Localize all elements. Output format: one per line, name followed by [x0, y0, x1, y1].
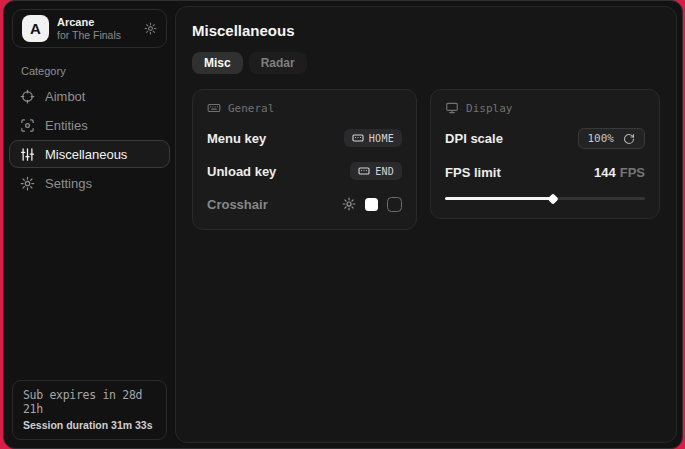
fps-limit-row: FPS limit 144FPS [445, 162, 645, 182]
slider-thumb[interactable] [547, 193, 558, 204]
sidebar-item-label: Miscellaneous [45, 147, 127, 162]
crosshair-icon [20, 89, 35, 104]
fps-limit-slider[interactable] [445, 193, 645, 203]
sidebar: A Arcane for The Finals Category [4, 1, 175, 448]
keyboard-icon [207, 101, 221, 115]
dpi-scale-row: DPI scale 100% [445, 128, 645, 149]
account-card[interactable]: A Arcane for The Finals [12, 9, 167, 48]
app-window: A Arcane for The Finals Category [3, 0, 683, 449]
main-panel: Miscellaneous Misc Radar General [175, 6, 677, 443]
tab-misc[interactable]: Misc [192, 52, 243, 74]
sidebar-nav: Aimbot Entities Miscel [4, 82, 175, 197]
dpi-scale-label: DPI scale [445, 131, 503, 146]
crosshair-checkbox[interactable] [387, 197, 402, 212]
crosshair-label: Crosshair [207, 197, 268, 212]
gear-icon [20, 176, 35, 191]
sidebar-item-settings[interactable]: Settings [9, 169, 170, 197]
sub-expires-text: Sub expires in 28d 21h [23, 388, 156, 416]
card-title: General [228, 102, 274, 115]
sidebar-item-aimbot[interactable]: Aimbot [9, 82, 170, 110]
app-subtitle: for The Finals [57, 29, 136, 42]
fps-unit: FPS [620, 165, 645, 180]
cards-row: General Menu key HOME [192, 89, 660, 230]
crosshair-settings-gear-icon[interactable] [342, 197, 356, 211]
subscription-box: Sub expires in 28d 21h Session duration … [12, 380, 167, 440]
sidebar-item-label: Settings [45, 176, 92, 191]
app-title: Arcane [57, 16, 136, 29]
display-card: Display DPI scale 100% [430, 89, 660, 219]
card-title: Display [466, 102, 512, 115]
dpi-scale-value: 100% [588, 132, 615, 145]
sidebar-item-entities[interactable]: Entities [9, 111, 170, 139]
tab-radar[interactable]: Radar [249, 52, 307, 74]
menu-key-value: HOME [369, 133, 394, 144]
tab-bar: Misc Radar [192, 52, 660, 74]
menu-key-bind-button[interactable]: HOME [344, 129, 402, 147]
sidebar-item-miscellaneous[interactable]: Miscellaneous [9, 140, 170, 168]
unload-key-value: END [375, 166, 394, 177]
menu-key-row: Menu key HOME [207, 128, 402, 148]
scan-icon [20, 118, 35, 133]
dpi-scale-control[interactable]: 100% [578, 128, 646, 149]
sidebar-item-label: Aimbot [45, 89, 85, 104]
unload-key-label: Unload key [207, 164, 276, 179]
unload-key-bind-button[interactable]: END [350, 162, 402, 180]
monitor-icon [445, 101, 459, 115]
gear-icon[interactable] [144, 22, 157, 35]
account-text: Arcane for The Finals [57, 16, 136, 42]
fps-limit-value: 144FPS [594, 165, 645, 180]
general-card: General Menu key HOME [192, 89, 417, 230]
app-logo: A [22, 15, 49, 42]
keyboard-icon [352, 132, 364, 144]
page-title: Miscellaneous [192, 22, 660, 39]
slider-fill [445, 197, 553, 200]
crosshair-color-swatch[interactable] [365, 198, 378, 211]
fps-limit-label: FPS limit [445, 165, 501, 180]
sidebar-item-label: Entities [45, 118, 88, 133]
crosshair-row: Crosshair [207, 194, 402, 214]
refresh-icon[interactable] [623, 133, 635, 145]
unload-key-row: Unload key END [207, 161, 402, 181]
category-label: Category [21, 65, 175, 77]
menu-key-label: Menu key [207, 131, 266, 146]
sliders-icon [20, 147, 35, 162]
session-duration-text: Session duration 31m 33s [23, 419, 156, 431]
keyboard-icon [358, 165, 370, 177]
